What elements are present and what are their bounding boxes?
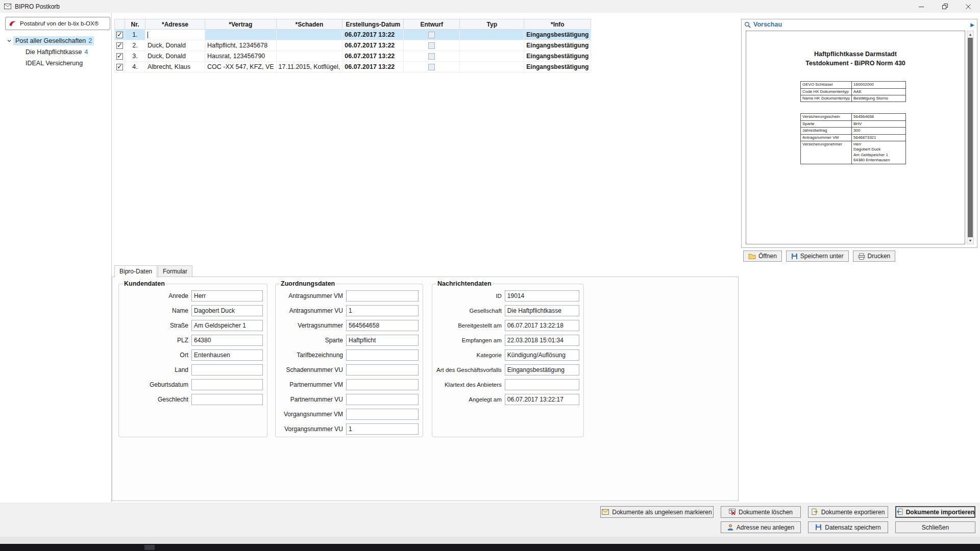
preview-title: Vorschau — [753, 21, 782, 28]
strasse-input[interactable] — [191, 320, 263, 331]
field-label: Land — [123, 366, 191, 373]
cell-datum: 06.07.2017 13:22 — [342, 51, 404, 62]
table-row[interactable]: 3. Duck, Donald Hausrat, 123456790 06.07… — [115, 51, 591, 62]
drucken-button[interactable]: Drucken — [853, 251, 896, 262]
zuordnungsdaten-group: Zuordnungsdaten Antragsnummer VM Antrags… — [275, 280, 423, 437]
field-label: Klartext des Anbieters — [436, 382, 505, 388]
tree-label: Post aller Gesellschaften — [15, 37, 86, 44]
table-row[interactable]: 2. Duck, Donald Haftpflicht, 12345678 06… — [115, 40, 591, 51]
table-row[interactable]: 4. Albrecht, Klaus COC -XX 547, KFZ, VE … — [115, 62, 591, 72]
anrede-input[interactable] — [191, 290, 263, 302]
tab-label: Formular — [163, 268, 187, 275]
taskbar[interactable] — [0, 544, 980, 551]
id-input[interactable] — [505, 290, 579, 302]
desktop-strip — [0, 537, 980, 544]
preview-page-area: Haftpflichtkasse Darmstadt Testdokument … — [745, 31, 974, 244]
sparte-input[interactable] — [346, 335, 419, 346]
empfangen-am-input[interactable] — [505, 335, 579, 346]
tree-item-ideal-versicherung[interactable]: IDEAL Versicherung — [0, 58, 111, 69]
col-vertrag[interactable]: *Vertrag — [205, 19, 277, 30]
col-nr[interactable]: Nr. — [125, 19, 145, 30]
scroll-up-icon[interactable]: ▲ — [967, 31, 973, 38]
close-button[interactable] — [957, 0, 980, 13]
geburtsdatum-input[interactable] — [191, 379, 263, 390]
field-label: Partnernummer VU — [280, 396, 346, 403]
vorgangsnummer-vu-input[interactable] — [346, 423, 419, 435]
document-page: Haftpflichtkasse Darmstadt Testdokument … — [746, 31, 965, 244]
field-label: Schadennummer VU — [280, 366, 346, 373]
col-entwurf[interactable]: Entwurf — [404, 19, 460, 30]
expand-arrow-icon[interactable]: ▶ — [970, 22, 974, 28]
partnernummer-vu-input[interactable] — [346, 394, 419, 405]
plz-input[interactable] — [191, 335, 263, 346]
table-row[interactable]: 1. 06.07.2017 13:22 Eingangsbestätigung — [115, 30, 591, 40]
tree-selection: Die Haftpflichtkasse4 — [23, 47, 90, 57]
col-erstellungs-datum[interactable]: Erstellungs-Datum — [342, 19, 404, 30]
dokumente-importieren-button[interactable]: Dokumente importieren — [895, 506, 975, 518]
text-caret — [148, 32, 148, 38]
schadennummer-vu-input[interactable] — [346, 364, 419, 375]
schliessen-button[interactable]: Schließen — [895, 521, 975, 533]
col-schaden[interactable]: *Schaden — [276, 19, 342, 30]
minimize-button[interactable] — [910, 0, 933, 13]
kategorie-input[interactable] — [505, 349, 579, 361]
cell-vertrag — [205, 30, 277, 40]
taskbar-item[interactable] — [144, 545, 155, 550]
row-checkbox[interactable] — [116, 53, 123, 60]
datensatz-speichern-button[interactable]: Datensatz speichern — [808, 521, 888, 533]
ort-input[interactable] — [191, 349, 263, 361]
tree-item-post-aller-gesellschaften[interactable]: Post aller Gesellschaften2 — [0, 35, 111, 46]
cell-vertrag: COC -XX 547, KFZ, VE — [205, 62, 277, 72]
tarifbezeichnung-input[interactable] — [346, 349, 419, 361]
chevron-down-icon[interactable] — [7, 38, 13, 43]
klartext-anbieter-input[interactable] — [505, 379, 579, 390]
row-checkbox[interactable] — [116, 42, 123, 49]
button-label: Schließen — [922, 524, 949, 531]
dokumente-ungelesen-button[interactable]: Dokumente als ungelesen markieren — [600, 506, 714, 518]
cell-adresse-editing[interactable] — [145, 30, 205, 40]
antragsnummer-vu-input[interactable] — [346, 305, 419, 316]
speichern-unter-button[interactable]: Speichern unter — [786, 251, 849, 262]
field-label: Empfangen am — [436, 337, 505, 343]
postabruf-button[interactable]: Postabruf von der b-tix b-OX® — [5, 17, 110, 30]
cell-adresse: Duck, Donald — [145, 51, 205, 62]
name-input[interactable] — [191, 305, 263, 316]
app-envelope-icon — [4, 4, 11, 9]
tab-formular[interactable]: Formular — [158, 265, 192, 277]
row-checkbox[interactable] — [116, 64, 123, 70]
cell-info: Eingangsbestätigung — [524, 30, 591, 40]
postabruf-label: Postabruf von der b-tix b-OX® — [20, 20, 99, 27]
field-label: Anrede — [123, 292, 191, 299]
printer-icon — [858, 253, 865, 260]
tree-item-die-haftpflichtkasse[interactable]: Die Haftpflichtkasse4 — [0, 46, 111, 58]
entwurf-checkbox — [428, 32, 435, 38]
col-typ[interactable]: Typ — [460, 19, 524, 30]
restore-button[interactable] — [933, 0, 957, 13]
row-checkbox[interactable] — [116, 32, 123, 38]
cell-nr: 4. — [125, 62, 145, 72]
scroll-down-icon[interactable]: ▼ — [967, 237, 973, 244]
vertragsnummer-input[interactable] — [346, 320, 419, 331]
angelegt-am-input[interactable] — [505, 394, 579, 405]
floppy-disk-icon — [815, 524, 822, 531]
scrollbar-thumb[interactable] — [968, 38, 973, 237]
preview-scrollbar[interactable]: ▲ ▼ — [967, 31, 974, 244]
antragsnummer-vm-input[interactable] — [346, 290, 419, 302]
col-info[interactable]: *Info — [524, 19, 591, 30]
geschlecht-input[interactable] — [191, 394, 263, 405]
dokumente-exportieren-button[interactable]: Dokumente exportieren — [808, 506, 888, 518]
land-input[interactable] — [191, 364, 263, 375]
col-adresse[interactable]: *Adresse — [145, 19, 205, 30]
dokumente-loeschen-button[interactable]: Dokumente löschen — [721, 506, 801, 518]
vorgangsnummer-vm-input[interactable] — [346, 409, 419, 420]
oeffnen-button[interactable]: Öffnen — [743, 251, 782, 262]
partnernummer-vm-input[interactable] — [346, 379, 419, 390]
cell-info: Eingangsbestätigung — [524, 62, 591, 72]
art-geschaeftsvorfall-input[interactable] — [505, 364, 579, 375]
tab-bipro-daten[interactable]: Bipro-Daten — [114, 265, 157, 278]
bereitgestellt-am-input[interactable] — [505, 320, 579, 331]
gesellschaft-input[interactable] — [505, 305, 579, 316]
btix-logo-icon — [9, 20, 17, 27]
adresse-neu-anlegen-button[interactable]: Adresse neu anlegen — [721, 521, 801, 533]
cell-datum: 06.07.2017 13:22 — [342, 30, 404, 40]
